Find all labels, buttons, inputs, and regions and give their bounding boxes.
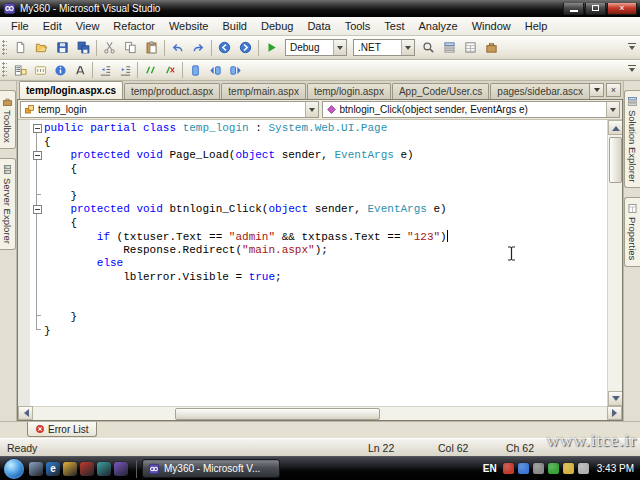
tray-icon-5[interactable] [563,463,574,474]
copy-button[interactable] [120,38,141,58]
code-line-9[interactable]: if (txtuser.Text == "admin" && txtpass.T… [30,230,607,244]
menu-item-analyze[interactable]: Analyze [412,17,465,35]
tray-icon-2[interactable] [518,463,529,474]
quick-launch-icon-5[interactable] [97,462,111,476]
solution-explorer-button[interactable] [439,38,460,58]
panel-tab-toolbox[interactable]: Toolbox [0,90,16,149]
code-line-13[interactable] [30,284,607,298]
undo-button[interactable] [167,38,188,58]
chevron-down-icon[interactable] [305,102,318,117]
document-tab-temp-main-aspx[interactable]: temp/main.aspx [221,83,306,99]
code-line-3[interactable]: protected void Page_Load(object sender, … [30,149,607,163]
panel-tab-solution-explorer[interactable]: Solution Explorer [624,90,640,188]
toolbar-grip[interactable] [2,40,7,56]
uncomment-lines-button[interactable] [160,61,180,79]
quick-launch-icon-2[interactable]: e [46,462,60,476]
members-combo[interactable]: btnlogin_Click(object sender, EventArgs … [322,101,621,118]
maximize-button[interactable] [585,3,606,15]
document-tab-pages-sidebar-ascx[interactable]: pages/sidebar.ascx [490,83,590,99]
close-button[interactable]: × [607,3,637,15]
vertical-scrollbar-thumb[interactable] [609,137,622,183]
language-indicator[interactable]: EN [481,463,499,474]
code-line-15[interactable]: } [30,311,607,325]
indicator-margin[interactable] [18,120,30,406]
code-line-11[interactable]: else [30,257,607,271]
document-tab-temp-login-aspx-cs[interactable]: temp/login.aspx.cs [19,81,123,99]
tray-icon-3[interactable] [533,463,544,474]
menu-item-window[interactable]: Window [465,17,518,35]
open-folder-button[interactable] [31,38,52,58]
menu-item-build[interactable]: Build [215,17,253,35]
navigate-back-button[interactable] [214,38,235,58]
chevron-down-icon[interactable] [333,40,346,55]
error-list-tab[interactable]: Error List [27,422,97,437]
tray-icon-6[interactable] [578,463,589,474]
code-line-4[interactable]: { [30,163,607,177]
document-tab-temp-login-aspx[interactable]: temp/login.aspx [307,83,391,99]
save-button[interactable] [52,38,73,58]
comment-lines-button[interactable] [140,61,160,79]
code-line-2[interactable]: { [30,136,607,150]
quick-launch-icon-3[interactable] [63,462,77,476]
chevron-down-icon[interactable] [606,102,619,117]
active-files-dropdown-button[interactable] [589,83,604,97]
code-line-8[interactable]: { [30,217,607,231]
next-bookmark-button[interactable] [225,61,245,79]
scroll-left-button[interactable] [18,406,33,420]
code-line-1[interactable]: public partial class temp_login : System… [30,122,607,136]
find-in-files-button[interactable] [418,38,439,58]
previous-bookmark-button[interactable] [205,61,225,79]
menu-item-tools[interactable]: Tools [338,17,378,35]
menu-item-refactor[interactable]: Refactor [106,17,162,35]
code-line-16[interactable]: } [30,325,607,339]
display-word-completion-button[interactable] [70,61,90,79]
toggle-bookmark-button[interactable] [185,61,205,79]
code-line-7[interactable]: protected void btnlogin_Click(object sen… [30,203,607,217]
menu-item-data[interactable]: Data [300,17,337,35]
code-line-5[interactable] [30,176,607,190]
document-tab-temp-product-aspx[interactable]: temp/product.aspx [124,83,220,99]
solution-configurations-combo[interactable]: Debug [285,39,347,56]
save-all-button[interactable] [73,38,94,58]
toolbar-overflow-icon[interactable] [626,60,638,80]
vertical-scrollbar[interactable] [607,120,622,406]
horizontal-scrollbar-thumb[interactable] [175,408,380,420]
menu-item-debug[interactable]: Debug [254,17,300,35]
document-tab-app-code-user-cs[interactable]: App_Code/User.cs [392,83,489,99]
quick-launch-icon-4[interactable] [80,462,94,476]
taskbar-task-button[interactable]: My360 - Microsoft V... [142,459,280,478]
quick-launch-icon-6[interactable] [114,462,128,476]
taskbar-clock[interactable]: 3:43 PM [597,463,634,474]
code-line-14[interactable] [30,298,607,312]
code-line-12[interactable]: lblerror.Visible = true; [30,271,607,285]
toolbar-overflow-icon[interactable] [626,38,638,58]
toolbar-grip[interactable] [2,62,7,78]
panel-tab-server-explorer[interactable]: Server Explorer [0,158,16,250]
scroll-right-button[interactable] [607,406,622,420]
minimize-button[interactable] [563,3,584,15]
scroll-down-button[interactable] [608,391,622,406]
panel-tab-properties[interactable]: Properties [624,197,640,266]
tray-icon-1[interactable] [503,463,514,474]
navigate-forward-button[interactable] [235,38,256,58]
fold-collapse-box[interactable] [30,124,44,133]
display-quick-info-button[interactable] [50,61,70,79]
quick-launch-icon-1[interactable] [29,462,43,476]
scroll-up-button[interactable] [608,120,622,135]
code-line-10[interactable]: Response.Redirect("main.aspx"); [30,244,607,258]
redo-button[interactable] [188,38,209,58]
code-text-area[interactable]: public partial class temp_login : System… [30,120,607,406]
menu-item-test[interactable]: Test [377,17,411,35]
new-file-button[interactable] [10,38,31,58]
start-button[interactable] [4,459,24,479]
decrease-indent-button[interactable] [95,61,115,79]
menu-item-edit[interactable]: Edit [36,17,69,35]
display-parameter-info-button[interactable] [30,61,50,79]
start-debug-button[interactable] [261,38,282,58]
solution-platforms-combo[interactable]: .NET [353,39,415,56]
display-member-list-button[interactable] [10,61,30,79]
menu-item-file[interactable]: File [4,17,36,35]
horizontal-scrollbar[interactable] [18,406,622,420]
increase-indent-button[interactable] [115,61,135,79]
toolbox-panel-button[interactable] [481,38,502,58]
